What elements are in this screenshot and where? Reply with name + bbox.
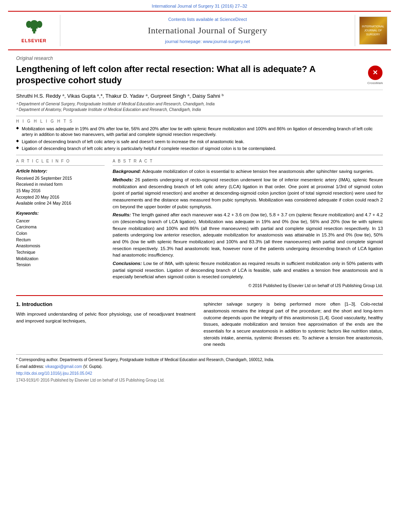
footnotes-section: * Corresponding author. Departments of G… [16, 354, 383, 383]
highlights-title: H I G H L I G H T S [16, 119, 383, 124]
elsevier-branding: ELSEVIER [8, 15, 60, 46]
authors: Shruthi H.S. Reddy ᵃ, Vikas Gupta ᵃ,*, T… [16, 92, 383, 100]
online-date: Available online 24 May 2016 [16, 200, 105, 206]
highlight-item-1: Mobilization was adequate in 19% and 0% … [16, 126, 383, 138]
methods-label: Methods: [113, 177, 133, 182]
keyword-8: Tension [16, 262, 105, 268]
keyword-3: Colon [16, 230, 105, 236]
journal-cover-image: INTERNATIONALJOURNAL OFSURGERY [355, 15, 391, 46]
abstract-content: Background: Adequate mobilization of col… [113, 168, 383, 289]
homepage: journal homepage: www.journal-surgery.ne… [165, 39, 250, 45]
issn-line: 1743-9191/© 2016 Published by Elsevier L… [16, 378, 383, 383]
svg-point-4 [26, 21, 31, 28]
cover-thumbnail: INTERNATIONALJOURNAL OFSURGERY [359, 16, 387, 45]
journal-header: ELSEVIER Contents lists available at Sci… [8, 11, 391, 50]
methods-text: 26 patients undergoing of recto-sigmoid … [113, 177, 383, 209]
elsevier-logo [16, 17, 52, 37]
abstract-methods: Methods: 26 patients undergoing of recto… [113, 177, 383, 210]
revised-label: Received in revised form [16, 181, 105, 187]
elsevier-label: ELSEVIER [21, 38, 46, 44]
keyword-5: Anastomosis [16, 243, 105, 249]
author-list: Shruthi H.S. Reddy ᵃ, Vikas Gupta ᵃ,*, T… [16, 93, 224, 99]
abstract-conclusions: Conclusions: Low tie of IMA, with spleni… [113, 260, 383, 280]
conclusions-text: Low tie of IMA, with splenic flexure mob… [113, 261, 383, 279]
homepage-link[interactable]: www.journal-surgery.net [203, 39, 250, 44]
keyword-1: Cancer [16, 218, 105, 224]
journal-reference: International Journal of Surgery 31 (201… [0, 0, 399, 11]
page: International Journal of Surgery 31 (201… [0, 0, 399, 532]
crossmark-badge[interactable]: ✕ CrossMark [367, 66, 383, 85]
abstract-background: Background: Adequate mobilization of col… [113, 168, 383, 175]
results-label: Results: [113, 212, 131, 217]
affiliation-b: ᵇ Department of Anatomy, Postgraduate In… [16, 107, 383, 113]
article-info-column: A R T I C L E I N F O Article history: R… [16, 158, 105, 289]
abstract-column: A B S T R A C T Background: Adequate mob… [113, 158, 383, 289]
email-person: (V. Gupta). [83, 364, 103, 369]
crossmark-icon: ✕ [368, 66, 383, 80]
section1-number: 1. [16, 301, 21, 307]
results-text: The length gained after each maneuver wa… [113, 212, 383, 257]
contents-text: Contents lists available at [168, 17, 218, 22]
abstract-results: Results: The length gained after each ma… [113, 212, 383, 259]
body-para-2-text: sphincter salvage surgery is being perfo… [204, 302, 383, 347]
email-address[interactable]: vikasgpi@gmail.com [45, 364, 82, 369]
body-col-left: 1. Introduction With improved understand… [16, 301, 195, 350]
highlight-item-3: Ligation of descending branch of left co… [16, 146, 383, 151]
svg-point-5 [37, 21, 42, 28]
article-title: Lengthening of left colon after rectal r… [16, 64, 363, 86]
revised-date: 15 May 2016 [16, 188, 105, 194]
keywords-label: Keywords: [16, 210, 105, 216]
email-label: E-mail address: [16, 364, 44, 369]
body-two-col: 1. Introduction With improved understand… [16, 301, 383, 350]
keyword-6: Technique [16, 249, 105, 255]
journal-header-center: Contents lists available at ScienceDirec… [60, 15, 355, 46]
corresponding-author: * Corresponding author. Departments of G… [16, 357, 383, 363]
highlight-item-2: Ligation of descending branch of left co… [16, 139, 383, 144]
homepage-text: journal homepage: [165, 39, 202, 44]
doi-link[interactable]: http://dx.doi.org/10.1016/j.ijsu.2016.05… [16, 371, 92, 376]
body-para-2: sphincter salvage surgery is being perfo… [204, 301, 383, 348]
affiliation-a: ᵃ Department of General Surgery, Postgra… [16, 101, 383, 107]
keyword-4: Rectum [16, 237, 105, 243]
journal-ref-text: International Journal of Surgery 31 (201… [152, 4, 247, 8]
background-text: Adequate mobilization of colon is essent… [142, 169, 374, 174]
section1-title: 1. Introduction [16, 301, 195, 308]
body-section: 1. Introduction With improved understand… [16, 295, 383, 350]
keyword-2: Carcinoma [16, 224, 105, 230]
abstract-copyright: © 2016 Published by Elsevier Ltd on beha… [113, 283, 383, 289]
crossmark-label: CrossMark [367, 81, 383, 85]
elsevier-tree-icon [22, 20, 46, 34]
keywords-block: Keywords: Cancer Carcinoma Colon Rectum … [16, 210, 105, 268]
body-para-1: With improved understanding of pelvic fl… [16, 311, 195, 324]
article-title-section: Lengthening of left colon after rectal r… [16, 64, 383, 90]
article-info-abstract-section: A R T I C L E I N F O Article history: R… [16, 158, 383, 289]
history-label: Article history: [16, 168, 105, 174]
highlights-section: H I G H L I G H T S Mobilization was ade… [16, 116, 383, 155]
body-col-right: sphincter salvage surgery is being perfo… [204, 301, 383, 350]
conclusions-label: Conclusions: [113, 261, 142, 266]
doi-footnote: http://dx.doi.org/10.1016/j.ijsu.2016.05… [16, 371, 383, 376]
email-footnote: E-mail address: vikasgpi@gmail.com (V. G… [16, 364, 383, 370]
article-info-header: A R T I C L E I N F O [16, 158, 105, 166]
abstract-header: A B S T R A C T [113, 158, 383, 166]
contents-available: Contents lists available at ScienceDirec… [168, 16, 247, 23]
journal-title: International Journal of Surgery [148, 25, 267, 37]
accepted-date: Accepted 20 May 2016 [16, 194, 105, 200]
article-type: Original research [16, 55, 383, 62]
received-date: Received 26 September 2015 [16, 175, 105, 181]
keyword-7: Mobilization [16, 256, 105, 262]
sciencedirect-link[interactable]: ScienceDirect [220, 17, 247, 22]
section1-heading: Introduction [22, 301, 52, 307]
svg-point-6 [31, 20, 38, 26]
article-history: Article history: Received 26 September 2… [16, 168, 105, 206]
background-label: Background: [113, 169, 141, 174]
affiliations: ᵃ Department of General Surgery, Postgra… [16, 101, 383, 113]
body-para-1-text: With improved understanding of pelvic fl… [16, 312, 195, 323]
corresponding-text: * Corresponding author. Departments of G… [16, 357, 274, 362]
